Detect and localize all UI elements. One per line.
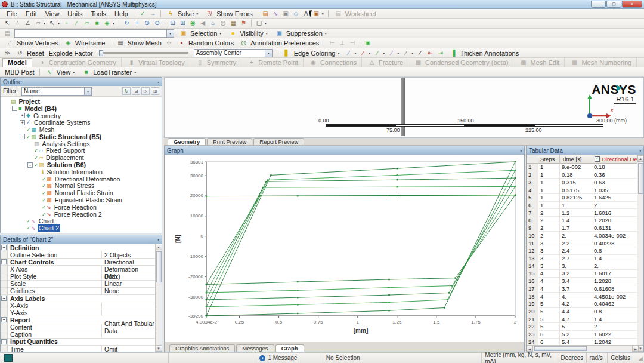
steps-cell[interactable]: 3 — [538, 239, 560, 247]
status-messages[interactable]: i 1 Message — [256, 353, 323, 363]
steps-cell[interactable]: 1 — [538, 171, 560, 179]
scroll-thumb[interactable] — [534, 346, 587, 351]
zoom-fit-icon[interactable]: ⊞ — [178, 19, 187, 27]
deformation-cell[interactable]: 0.36 — [592, 171, 639, 179]
steps-cell[interactable]: 1 — [538, 186, 560, 194]
table-row[interactable]: 2365.21.6022 — [527, 331, 639, 339]
details-row-gridlines[interactable]: GridlinesNone — [1, 288, 155, 295]
deformation-cell[interactable]: 2. — [592, 262, 639, 270]
row-index-cell[interactable]: 14 — [527, 262, 538, 270]
edge-style-4-icon[interactable]: ∕ — [387, 49, 396, 57]
row-index-cell[interactable]: 1 — [527, 164, 538, 171]
tab-graphics-annotations[interactable]: Graphics Annotations — [169, 344, 235, 352]
time-cell[interactable]: 2. — [560, 232, 592, 239]
select-info-icon[interactable]: ∴ — [13, 19, 22, 27]
collapse-icon[interactable]: − — [1, 317, 7, 322]
time-cell[interactable]: 4.2 — [560, 300, 592, 308]
steps-cell[interactable]: 6 — [538, 339, 560, 345]
row-index-cell[interactable]: 8 — [527, 217, 538, 224]
deformation-cell[interactable]: 1.4 — [592, 255, 639, 263]
deformation-cell[interactable]: 1.2028 — [592, 278, 639, 285]
tabular-col-directional-deformation[interactable]: ✓Directional Deformat — [592, 155, 643, 163]
row-index-cell[interactable]: 4 — [527, 186, 538, 194]
row-index-cell[interactable]: 2 — [527, 171, 538, 179]
pan-icon[interactable]: + — [132, 19, 141, 27]
row-index-cell[interactable]: 19 — [527, 300, 538, 308]
edge-direction-icon[interactable]: ∕ — [416, 49, 425, 57]
steps-cell[interactable]: 4 — [538, 293, 560, 300]
steps-cell[interactable]: 1 — [538, 194, 560, 202]
row-index-cell[interactable]: 5 — [527, 194, 538, 202]
deformation-cell[interactable]: 2. — [592, 323, 639, 331]
table-row[interactable]: 611.2. — [527, 202, 639, 210]
tab-geometry[interactable]: Geometry — [168, 138, 206, 145]
details-value[interactable]: Omit — [102, 346, 155, 352]
steps-cell[interactable]: 3 — [538, 247, 560, 255]
hysteresis-chart[interactable]: 368013000020000100000-10000-20000-30000-… — [165, 155, 524, 342]
tree-item-equivalent-plastic-strain[interactable]: ✓▩Equivalent Plastic Strain — [2, 196, 162, 204]
table-row[interactable]: 2255.2. — [527, 323, 639, 331]
apply-check-icon[interactable]: ✓ — [138, 10, 147, 18]
tree-item-solution-b6-[interactable]: -✓▨Solution (B6) — [2, 161, 162, 168]
tree-item-directional-deformation[interactable]: ✓▩Directional Deformation — [2, 176, 162, 183]
tree-item-model-b4-[interactable]: -■Model (B4) — [2, 105, 162, 112]
tree-item-geometry[interactable]: +◆Geometry — [2, 112, 162, 119]
steps-cell[interactable]: 4 — [538, 278, 560, 285]
scroll-thumb[interactable] — [156, 251, 162, 282]
steps-cell[interactable]: 2 — [538, 217, 560, 224]
table-row[interactable]: 1132.20.40228 — [527, 239, 639, 247]
show-mesh-button[interactable]: ▦Show Mesh — [113, 39, 163, 47]
table-row[interactable]: 1022.4.0034e-002 — [527, 232, 639, 239]
pointer-mode-icon[interactable]: ↖ — [3, 19, 12, 27]
tab-print-preview[interactable]: Print Preview — [207, 138, 252, 145]
look-at-icon[interactable]: ◎ — [219, 19, 228, 27]
row-index-cell[interactable]: 13 — [527, 255, 538, 263]
reset-button[interactable]: ↺Reset — [13, 49, 47, 57]
suppression-dropdown[interactable]: ▣Suppression▼ — [272, 29, 331, 38]
time-cell[interactable]: 1. — [560, 202, 592, 210]
details-value[interactable]: 2 Objects — [102, 251, 155, 258]
visibility-dropdown[interactable]: ●Visibility▼ — [225, 29, 271, 38]
scroll-up-icon[interactable]: ▲ — [156, 244, 162, 250]
zoom-in-icon[interactable]: ⊕ — [143, 19, 151, 27]
menu-file[interactable]: File — [2, 10, 21, 17]
viewports-icon[interactable]: ▢ — [255, 19, 264, 27]
chart-area[interactable]: 368013000020000100000-10000-20000-30000-… — [165, 155, 524, 342]
edge-style-5-icon[interactable]: ∕ — [401, 49, 410, 57]
tree-item-chart-2[interactable]: ✓∿Chart 2 — [2, 224, 162, 232]
show-errors-button[interactable]: ?/Show Errors — [202, 10, 255, 18]
row-index-cell[interactable]: 3 — [527, 179, 538, 186]
measure-x-icon[interactable]: ⊢ — [327, 39, 336, 47]
time-cell[interactable]: 4.7 — [560, 315, 592, 323]
row-index-cell[interactable]: 12 — [527, 247, 538, 255]
time-cell[interactable]: 4. — [560, 293, 592, 300]
deformation-cell[interactable]: 0.61608 — [592, 285, 639, 293]
time-cell[interactable]: 9.e-002 — [560, 164, 592, 171]
table-row[interactable]: 310.3150.63 — [527, 179, 639, 186]
edge-style-1-icon[interactable]: ∕ — [344, 49, 353, 57]
details-value[interactable]: Both — [102, 273, 155, 280]
context-tab-model[interactable]: Model — [2, 58, 32, 67]
deformation-cell[interactable]: 0.8 — [592, 247, 639, 255]
scroll-down-icon[interactable]: ▼ — [156, 345, 162, 352]
clean-droplet-icon[interactable]: ◇ — [292, 10, 301, 18]
deformation-cell[interactable]: 4.4501e-002 — [592, 293, 639, 300]
context-tab-construction-geometry[interactable]: ◑Construction Geometry — [32, 58, 122, 67]
tree-item-normal-elastic-strain[interactable]: ✓▩Normal Elastic Strain — [2, 189, 162, 196]
row-index-cell[interactable]: 15 — [527, 270, 538, 278]
context-tab-mesh-numbering[interactable]: ▦Mesh Numbering — [565, 58, 637, 67]
filter-tree-icon[interactable]: ▷ — [141, 87, 150, 95]
tab-graph[interactable]: Graph — [275, 344, 304, 352]
details-value[interactable]: Directional Deformation (Max) — [102, 266, 155, 272]
scroll-right-icon[interactable]: ▶ — [632, 346, 639, 352]
details-value[interactable] — [102, 331, 155, 338]
pin-icon[interactable]: ▪ — [158, 80, 159, 84]
time-cell[interactable]: 3.7 — [560, 285, 592, 293]
collapse-icon[interactable]: − — [1, 339, 7, 344]
mbd-post-button[interactable]: MBD Post — [2, 68, 37, 76]
row-index-cell[interactable]: 21 — [527, 315, 538, 323]
scroll-left-icon[interactable]: ◀ — [527, 346, 533, 352]
collapse-icon[interactable]: - — [27, 162, 33, 168]
time-cell[interactable]: 0.18 — [560, 171, 592, 179]
steps-cell[interactable]: 5 — [538, 308, 560, 316]
